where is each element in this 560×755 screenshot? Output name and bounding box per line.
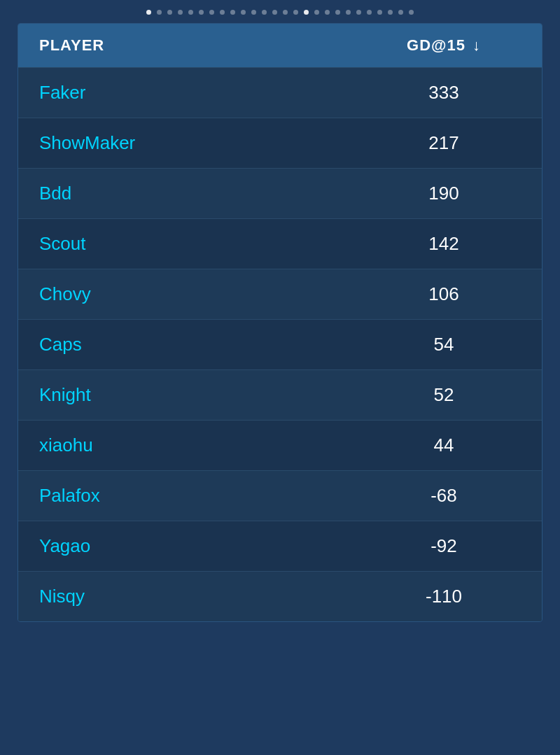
pagination-dot-8[interactable] (230, 10, 235, 15)
pagination-dot-14[interactable] (293, 10, 298, 15)
player-column-header: PLAYER (18, 36, 346, 55)
player-name: Faker (18, 82, 346, 104)
table-row: Chovy106 (18, 269, 542, 319)
table-row: Yagao-92 (18, 521, 542, 571)
player-name: xiaohu (18, 435, 346, 456)
player-stat: 106 (346, 283, 542, 305)
table-body: Faker333ShowMaker217Bdd190Scout142Chovy1… (18, 67, 542, 621)
table-row: xiaohu44 (18, 420, 542, 470)
table-header: PLAYER GD@15 ↓ (18, 24, 542, 67)
pagination-dot-13[interactable] (283, 10, 288, 15)
player-stat: 190 (346, 183, 542, 204)
table-row: Faker333 (18, 67, 542, 118)
table-row: Bdd190 (18, 168, 542, 218)
pagination-dot-2[interactable] (167, 10, 172, 15)
player-stat: -110 (346, 586, 542, 607)
player-name: ShowMaker (18, 132, 346, 154)
pagination-dot-10[interactable] (251, 10, 256, 15)
pagination-dot-20[interactable] (356, 10, 361, 15)
player-stat: 44 (346, 435, 542, 456)
player-name: Scout (18, 233, 346, 255)
pagination-dots (0, 0, 560, 23)
pagination-dot-15[interactable] (304, 10, 309, 15)
pagination-dot-6[interactable] (209, 10, 214, 15)
pagination-dot-17[interactable] (325, 10, 330, 15)
player-name: Caps (18, 334, 346, 355)
player-stat: 54 (346, 334, 542, 355)
table-row: Palafox-68 (18, 470, 542, 521)
table-row: Nisqy-110 (18, 571, 542, 621)
pagination-dot-11[interactable] (262, 10, 267, 15)
player-name: Yagao (18, 535, 346, 557)
pagination-dot-9[interactable] (241, 10, 246, 15)
pagination-dot-7[interactable] (220, 10, 225, 15)
pagination-dot-19[interactable] (346, 10, 351, 15)
table-row: ShowMaker217 (18, 118, 542, 168)
pagination-dot-22[interactable] (377, 10, 382, 15)
pagination-dot-3[interactable] (178, 10, 183, 15)
player-stat: 333 (346, 82, 542, 104)
player-name: Knight (18, 384, 346, 406)
pagination-dot-12[interactable] (272, 10, 277, 15)
table-row: Knight52 (18, 369, 542, 420)
sort-arrow-icon[interactable]: ↓ (472, 36, 481, 55)
stats-table: PLAYER GD@15 ↓ Faker333ShowMaker217Bdd19… (18, 23, 542, 622)
player-stat: -92 (346, 535, 542, 557)
player-stat: 142 (346, 233, 542, 255)
player-stat: -68 (346, 485, 542, 507)
pagination-dot-1[interactable] (157, 10, 162, 15)
player-name: Bdd (18, 183, 346, 204)
player-stat: 217 (346, 132, 542, 154)
pagination-dot-5[interactable] (199, 10, 204, 15)
stat-label: GD@15 (407, 36, 465, 55)
pagination-dot-4[interactable] (188, 10, 193, 15)
table-row: Caps54 (18, 319, 542, 369)
pagination-dot-25[interactable] (409, 10, 414, 15)
player-stat: 52 (346, 384, 542, 406)
pagination-dot-23[interactable] (388, 10, 393, 15)
stat-column-header: GD@15 ↓ (346, 36, 542, 55)
table-row: Scout142 (18, 218, 542, 269)
pagination-dot-18[interactable] (335, 10, 340, 15)
pagination-dot-16[interactable] (314, 10, 319, 15)
pagination-dot-24[interactable] (398, 10, 403, 15)
pagination-dot-21[interactable] (367, 10, 372, 15)
player-name: Chovy (18, 283, 346, 305)
player-name: Nisqy (18, 586, 346, 607)
pagination-dot-0[interactable] (146, 10, 151, 15)
player-name: Palafox (18, 485, 346, 507)
